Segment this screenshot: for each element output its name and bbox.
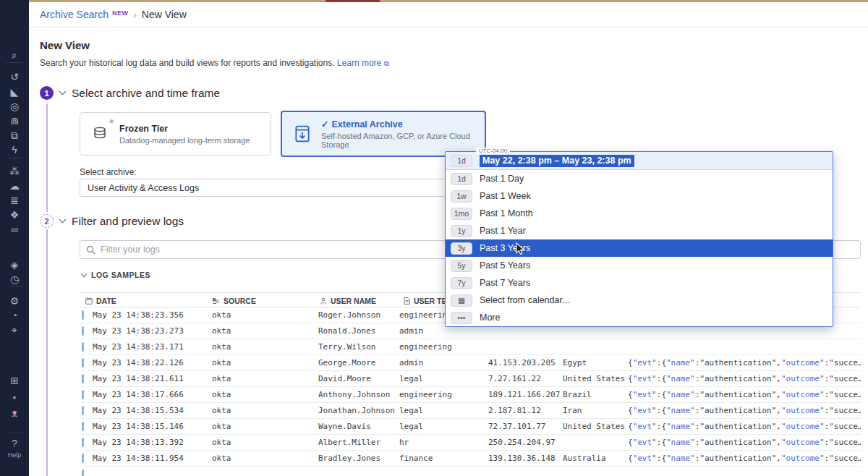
- cell-ctry: Australia: [563, 454, 606, 463]
- step-2-header[interactable]: 2 Filter and preview logs: [40, 214, 184, 228]
- apps-icon[interactable]: ❖: [0, 209, 29, 221]
- cell-ctry: United States: [563, 374, 625, 383]
- time-option-past-5-years[interactable]: 5yPast 5 Years: [446, 257, 833, 274]
- time-option-past-1-year[interactable]: 1yPast 1 Year: [446, 222, 833, 239]
- frozen-tier-card[interactable]: ✳ Frozen Tier Datadog-managed long-term …: [80, 112, 271, 156]
- page-description: Search your historical log data and buil…: [40, 58, 389, 68]
- cell-ip: 72.37.101.77: [488, 422, 545, 431]
- search-icon[interactable]: ⌕: [0, 49, 29, 61]
- check-icon: ✓: [321, 119, 328, 129]
- cell-team: hr: [399, 438, 409, 447]
- cell-user: Albert.Miller: [318, 438, 380, 447]
- metrics-chart-icon[interactable]: ◣: [0, 86, 29, 98]
- time-period-combobox[interactable]: UTC-04:00 1d May 22, 2:38 pm – May 23, 2…: [446, 152, 833, 170]
- external-archive-card[interactable]: ✓External Archive Self-hosted Amazon, GC…: [281, 111, 486, 157]
- row-status-bar: [82, 422, 84, 431]
- sparkle-icon[interactable]: ⋆: [0, 391, 29, 403]
- cell-date: May 23 14:38:23.171: [93, 342, 184, 352]
- apm-target-icon[interactable]: ◎: [0, 101, 29, 112]
- lightning-icon[interactable]: ϟ: [0, 144, 29, 156]
- cell-date: May 23 14:38:23.273: [93, 326, 184, 336]
- link-icon[interactable]: ∞: [0, 224, 29, 235]
- time-option-past-1-week[interactable]: 1wPast 1 Week: [446, 187, 833, 205]
- learn-more-link[interactable]: Learn more: [337, 58, 381, 68]
- recording-strip: [29, 0, 868, 2]
- sidebar-nav: ⌕↺◣◎⋒⧉ϟ⁂☁≣❖∞◈◷⚙◔⌖⊞⋆ᴥ ? Help: [0, 0, 29, 476]
- log-samples-toggle[interactable]: LOG SAMPLES: [82, 271, 150, 279]
- step-connector-line: [46, 103, 48, 212]
- time-option-select-from-calendar-[interactable]: ▦Select from calendar...: [446, 292, 833, 309]
- log-search-icon[interactable]: ⌖: [0, 324, 29, 336]
- card-subtitle: Datadog-managed long-term storage: [119, 136, 250, 145]
- top-bar: Archive Search NEW › New View: [29, 2, 868, 27]
- cell-src: okta: [212, 310, 231, 320]
- time-option-more[interactable]: •••More: [446, 309, 833, 326]
- time-option-label: Past 1 Week: [480, 191, 531, 201]
- gauge-icon[interactable]: ◔: [0, 310, 29, 321]
- cloud-cost-icon[interactable]: ☁: [0, 180, 29, 192]
- table-row[interactable]: May 23 14:38:23.171oktaTerry.Wilsonengin…: [80, 339, 861, 355]
- layers-icon[interactable]: ⧉: [0, 129, 29, 141]
- range-badge: 1d: [451, 173, 472, 185]
- search-icon: [86, 245, 95, 255]
- log-samples-heading: LOG SAMPLES: [91, 271, 150, 279]
- watchdog-binoculars-icon[interactable]: ⋒: [0, 115, 29, 127]
- chevron-down-icon[interactable]: [59, 88, 67, 95]
- table-row-partial[interactable]: [80, 467, 861, 476]
- cell-ctry: Egypt: [563, 358, 587, 367]
- shield-icon[interactable]: ◈: [0, 259, 29, 271]
- filter-list-icon[interactable]: ≣: [0, 195, 29, 206]
- timezone-label: UTC-04:00: [476, 148, 510, 154]
- table-row[interactable]: May 23 14:38:11.954oktaBradley.Jonesfina…: [80, 451, 861, 467]
- cell-date: May 23 14:38:13.392: [93, 438, 184, 447]
- column-header-date: DATE: [85, 293, 116, 308]
- cell-src: okta: [212, 374, 231, 383]
- table-row[interactable]: May 23 14:38:15.534oktaJonathan.Johnsonl…: [80, 403, 861, 419]
- cell-team: legal: [399, 406, 423, 415]
- row-status-bar: [82, 358, 84, 367]
- table-row[interactable]: May 23 14:38:21.611oktaDavid.Moorelegal7…: [80, 371, 861, 387]
- cell-date: May 23 14:38:17.666: [93, 390, 184, 399]
- cell-ctry: Brazil: [563, 390, 592, 399]
- cell-ctry: Iran: [563, 406, 582, 415]
- cell-date: May 23 14:38:11.954: [93, 454, 184, 463]
- time-option-past-3-years[interactable]: 3yPast 3 Years: [446, 239, 833, 257]
- time-option-label: Past 7 Years: [480, 278, 530, 288]
- time-option-past-1-month[interactable]: 1moPast 1 Month: [446, 205, 833, 222]
- breadcrumb-archive-search-link[interactable]: Archive Search: [40, 9, 109, 20]
- timer-icon[interactable]: ◷: [0, 273, 29, 285]
- table-row[interactable]: May 23 14:38:15.146oktaWayne.Davislegal7…: [80, 419, 861, 435]
- external-link-icon: ⧉: [384, 59, 389, 67]
- step-1-header[interactable]: 1 Select archive and time frame: [40, 86, 220, 100]
- time-option-label: Past 1 Day: [480, 174, 524, 184]
- cell-json-preview: {"evt":{"name":"authentication","outcome…: [628, 438, 861, 447]
- breadcrumb: Archive Search NEW › New View: [40, 9, 187, 20]
- cell-ip: 41.153.203.205: [488, 358, 556, 367]
- new-badge: NEW: [112, 9, 129, 17]
- row-status-bar: [82, 326, 84, 336]
- security-bug-icon[interactable]: ⚙: [0, 295, 29, 307]
- cell-date: May 23 14:38:21.611: [93, 374, 184, 383]
- breadcrumb-separator: ›: [133, 9, 136, 20]
- cluster-icon[interactable]: ⁂: [0, 166, 29, 177]
- table-row[interactable]: May 23 14:38:13.392oktaAlbert.Millerhr25…: [80, 435, 861, 451]
- time-option-past-1-day[interactable]: 1dPast 1 Day: [446, 170, 833, 187]
- cell-ip: 7.27.161.22: [488, 374, 541, 383]
- time-option-label: Past 1 Year: [480, 226, 526, 236]
- cell-src: okta: [212, 326, 231, 336]
- bits-ai-mascot-icon[interactable]: ᴥ: [0, 407, 29, 419]
- table-row[interactable]: May 23 14:38:17.666oktaAnthony.Johnsonen…: [80, 387, 861, 403]
- time-period-input-value[interactable]: May 22, 2:38 pm – May 23, 2:38 pm: [480, 155, 634, 167]
- chevron-down-icon[interactable]: [59, 216, 67, 224]
- cell-ip: 139.130.36.148: [488, 454, 556, 463]
- sidebar-item-help[interactable]: ? Help: [0, 437, 29, 459]
- calendar-icon: [85, 297, 93, 305]
- cell-user: David.Moore: [318, 374, 371, 383]
- table-row[interactable]: May 23 14:38:22.126oktaGeorge.Mooreadmin…: [80, 355, 861, 371]
- puzzle-icon[interactable]: ⊞: [0, 375, 29, 386]
- step-2-title: Filter and preview logs: [72, 215, 184, 228]
- time-option-past-7-years[interactable]: 7yPast 7 Years: [446, 274, 833, 292]
- archive-select-dropdown[interactable]: User Activity & Access Logs ▾: [80, 179, 459, 197]
- history-icon[interactable]: ↺: [0, 71, 29, 82]
- breadcrumb-current: New View: [142, 9, 187, 20]
